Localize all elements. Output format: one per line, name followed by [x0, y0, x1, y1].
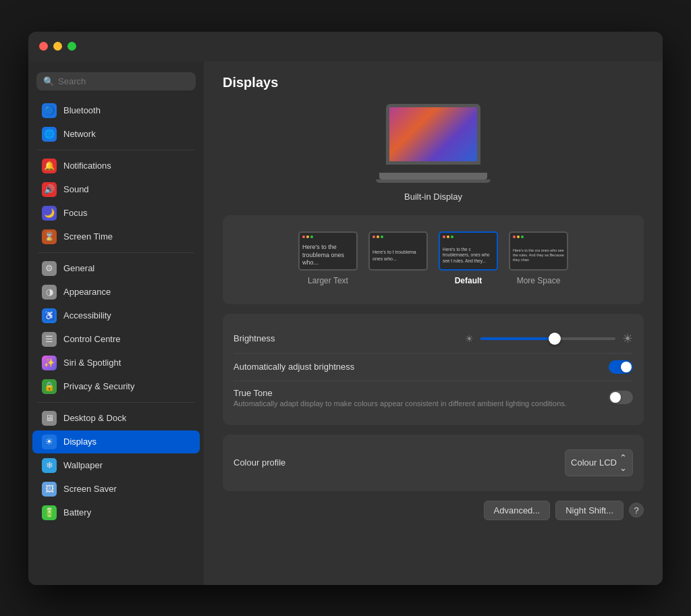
battery-icon: 🔋: [42, 505, 57, 520]
sidebar-item-screensaver[interactable]: 🖼Screen Saver: [32, 478, 200, 501]
sidebar-item-screentime[interactable]: ⌛Screen Time: [32, 225, 200, 248]
system-preferences-window: 🔍 🔵Bluetooth🌐Network🔔Notifications🔊Sound…: [28, 32, 663, 585]
brightness-row: Brightness ☀ ☀: [233, 325, 633, 354]
macbook-screen: [386, 104, 480, 165]
notifications-icon: 🔔: [42, 159, 57, 173]
auto-brightness-toggle[interactable]: [609, 360, 633, 374]
wallpaper-icon: ❄: [42, 458, 57, 473]
main-content: Displays Built-in Display Here's to the …: [204, 61, 663, 585]
true-tone-label-group: True Tone Automatically adapt display to…: [233, 388, 598, 408]
sidebar-item-sound[interactable]: 🔊Sound: [32, 178, 200, 201]
resolution-preview-medium: Here's to t troublema ones who...: [368, 231, 428, 271]
macbook-image: [379, 104, 487, 185]
desktop-label: Desktop & Dock: [63, 413, 126, 423]
resolution-preview-larger: Here's to the troublema ones who...: [298, 231, 358, 271]
resolution-card: Here's to the troublema ones who...Large…: [223, 215, 644, 304]
screensaver-label: Screen Saver: [63, 484, 117, 494]
sidebar-item-displays[interactable]: ☀Displays: [32, 430, 200, 453]
sidebar-item-controlcentre[interactable]: ☰Control Centre: [32, 328, 200, 351]
sidebar-item-focus[interactable]: 🌙Focus: [32, 202, 200, 225]
brightness-high-icon: ☀: [622, 331, 633, 346]
brightness-fill: [480, 337, 555, 340]
true-tone-label: True Tone: [233, 388, 598, 398]
resolution-option-morespace[interactable]: Here's to the cra ones who see the rules…: [509, 231, 568, 285]
resolution-preview-morespace: Here's to the cra ones who see the rules…: [509, 231, 568, 271]
chevron-icon: ⌃⌄: [619, 453, 627, 473]
screentime-label: Screen Time: [63, 231, 113, 242]
sidebar-item-siri[interactable]: ✨Siri & Spotlight: [32, 352, 200, 374]
brightness-slider-track[interactable]: [480, 337, 615, 340]
colour-profile-select[interactable]: Colour LCD ⌃⌄: [565, 449, 633, 476]
true-tone-toggle[interactable]: [609, 391, 633, 404]
page-title: Displays: [223, 75, 644, 90]
sidebar-item-wallpaper[interactable]: ❄Wallpaper: [32, 454, 200, 477]
screentime-icon: ⌛: [42, 229, 57, 244]
search-icon: 🔍: [43, 76, 54, 86]
sound-label: Sound: [63, 184, 89, 194]
sidebar-item-bluetooth[interactable]: 🔵Bluetooth: [32, 99, 200, 122]
close-button[interactable]: [39, 42, 48, 51]
sound-icon: 🔊: [42, 182, 57, 197]
resolution-preview-text-default: Here's to the c troublemaers, ones who s…: [440, 244, 497, 267]
resolution-label-morespace: More Space: [517, 276, 561, 285]
accessibility-icon: ♿: [42, 308, 57, 323]
network-label: Network: [63, 129, 96, 139]
resolution-preview-text-medium: Here's to t troublema ones who...: [370, 246, 426, 264]
sidebar-item-battery[interactable]: 🔋Battery: [32, 501, 200, 524]
desktop-icon: 🖥: [42, 411, 57, 426]
display-settings-card: Brightness ☀ ☀ Automatically adjust brig…: [223, 314, 644, 425]
colour-profile-card: Colour profile Colour LCD ⌃⌄: [223, 435, 644, 491]
display-preview: Built-in Display: [223, 104, 644, 202]
advanced-button[interactable]: Advanced...: [484, 501, 551, 520]
sidebar-item-network[interactable]: 🌐Network: [32, 123, 200, 146]
appearance-label: Appearance: [63, 287, 111, 297]
resolution-option-default[interactable]: Here's to the c troublemaers, ones who s…: [439, 231, 498, 285]
sidebar-divider: [38, 252, 194, 253]
bottom-bar: Advanced... Night Shift... ?: [223, 501, 644, 520]
resolution-preview-text-larger: Here's to the troublema ones who...: [300, 241, 356, 270]
resolution-option-medium[interactable]: Here's to t troublema ones who...: [368, 231, 428, 285]
sidebar-item-accessibility[interactable]: ♿Accessibility: [32, 304, 200, 327]
true-tone-row: True Tone Automatically adapt display to…: [233, 381, 633, 414]
titlebar: [28, 32, 663, 61]
sidebar-item-general[interactable]: ⚙General: [32, 257, 200, 280]
auto-brightness-label: Automatically adjust brightness: [233, 362, 609, 372]
macbook-base: [379, 173, 487, 179]
sidebar-item-appearance[interactable]: ◑Appearance: [32, 281, 200, 304]
displays-label: Displays: [63, 437, 96, 447]
screensaver-icon: 🖼: [42, 482, 57, 497]
resolution-option-larger[interactable]: Here's to the troublema ones who...Large…: [298, 231, 358, 285]
accessibility-label: Accessibility: [63, 310, 111, 320]
controlcentre-label: Control Centre: [63, 334, 121, 344]
controlcentre-icon: ☰: [42, 332, 57, 347]
sidebar-item-notifications[interactable]: 🔔Notifications: [32, 155, 200, 177]
brightness-thumb: [549, 333, 561, 345]
window-body: 🔍 🔵Bluetooth🌐Network🔔Notifications🔊Sound…: [28, 61, 663, 585]
sidebar: 🔍 🔵Bluetooth🌐Network🔔Notifications🔊Sound…: [28, 61, 204, 585]
display-name-label: Built-in Display: [404, 192, 462, 202]
resolution-label-default: Default: [455, 276, 482, 285]
search-input[interactable]: [58, 76, 189, 86]
sidebar-divider: [38, 402, 194, 403]
colour-profile-label: Colour profile: [233, 457, 565, 468]
maximize-button[interactable]: [67, 42, 76, 51]
resolution-preview-text-morespace: Here's to the cra ones who see the rules…: [510, 246, 567, 265]
help-button[interactable]: ?: [629, 503, 644, 517]
macbook-foot: [376, 179, 491, 183]
night-shift-button[interactable]: Night Shift...: [555, 501, 624, 520]
colour-profile-value: Colour LCD: [571, 457, 617, 468]
brightness-label: Brightness: [233, 333, 433, 343]
sidebar-item-privacy[interactable]: 🔒Privacy & Security: [32, 375, 200, 398]
network-icon: 🌐: [42, 127, 57, 142]
focus-label: Focus: [63, 208, 87, 218]
minimize-button[interactable]: [53, 42, 62, 51]
toggle-knob: [621, 362, 632, 372]
siri-icon: ✨: [42, 356, 57, 370]
sidebar-item-desktop[interactable]: 🖥Desktop & Dock: [32, 407, 200, 430]
auto-brightness-row: Automatically adjust brightness: [233, 354, 633, 381]
brightness-control: ☀ ☀: [433, 331, 633, 346]
resolution-label-larger: Larger Text: [308, 276, 348, 285]
search-box[interactable]: 🔍: [36, 72, 196, 90]
sidebar-items-list: 🔵Bluetooth🌐Network🔔Notifications🔊Sound🌙F…: [28, 99, 204, 525]
resolution-picker: Here's to the troublema ones who...Large…: [233, 226, 633, 293]
